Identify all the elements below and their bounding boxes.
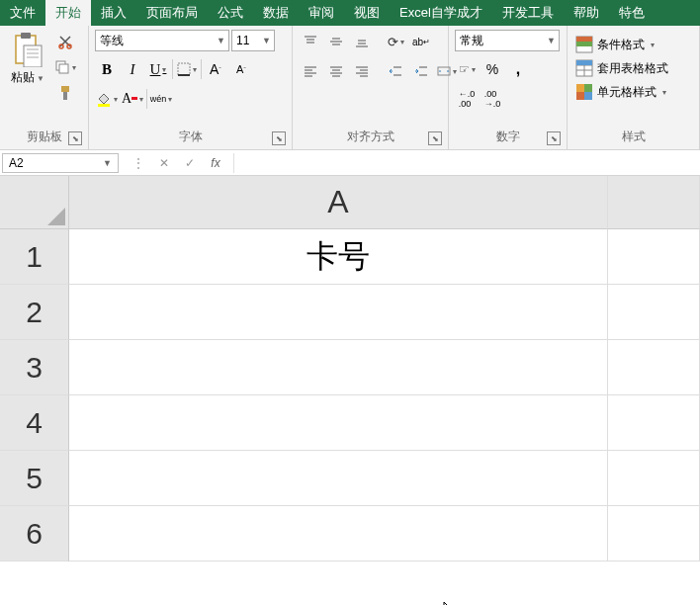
comma-icon: , xyxy=(516,60,520,78)
font-grow-button[interactable]: Aˆ xyxy=(204,57,227,81)
border-icon xyxy=(177,62,191,76)
svg-rect-1 xyxy=(21,33,31,39)
bold-button[interactable]: B xyxy=(95,57,119,81)
name-box[interactable]: A2▼ xyxy=(2,153,119,173)
orientation-button[interactable]: ⟳▾ xyxy=(384,30,407,53)
dialog-launcher[interactable]: ⬊ xyxy=(428,131,442,145)
cell-B6[interactable] xyxy=(608,506,700,562)
cell-B3[interactable] xyxy=(608,340,700,395)
copy-button[interactable]: ▾ xyxy=(53,55,77,79)
align-top-icon xyxy=(304,35,317,48)
chevron-down-icon: ▾ xyxy=(114,95,118,104)
italic-button[interactable]: I xyxy=(121,57,144,81)
tab-10[interactable]: 帮助 xyxy=(564,0,609,26)
group-styles: 条件格式▾ 套用表格格式 单元格样式▾ 样式 xyxy=(568,26,700,149)
border-button[interactable]: ▾ xyxy=(175,57,199,81)
align-center-button[interactable] xyxy=(324,59,348,83)
group-font: 等线▼ 11▼ B I U▾ ▾ Aˆ Aˇ ▾ A▾ wén▾ 字体⬊ xyxy=(89,26,293,149)
indent-increase-button[interactable] xyxy=(409,59,433,83)
align-bottom-button[interactable] xyxy=(350,30,374,53)
ribbon: 粘贴▼ ▾ 剪贴板⬊ 等线▼ 11▼ B I U▾ ▾ Aˆ xyxy=(0,26,700,150)
bucket-icon xyxy=(96,91,112,107)
table-label: 套用表格格式 xyxy=(597,60,668,77)
cell-A3[interactable] xyxy=(69,340,608,395)
tab-0[interactable]: 文件 xyxy=(0,0,45,26)
table-format-button[interactable]: 套用表格格式 xyxy=(573,57,670,79)
chevron-down-icon: ▼ xyxy=(259,36,274,45)
dialog-launcher[interactable]: ⬊ xyxy=(547,131,561,145)
tab-7[interactable]: 视图 xyxy=(344,0,390,26)
align-middle-button[interactable] xyxy=(324,30,348,53)
fb-enter-button[interactable]: ✓ xyxy=(178,153,202,173)
cell-B4[interactable] xyxy=(608,395,700,451)
phonetic-button[interactable]: wén▾ xyxy=(149,87,173,111)
group-label-styles: 样式 xyxy=(622,130,646,143)
align-top-button[interactable] xyxy=(299,30,322,53)
fx-button[interactable]: fx xyxy=(204,153,227,173)
tab-5[interactable]: 数据 xyxy=(253,0,299,26)
align-right-button[interactable] xyxy=(350,59,374,83)
cell-A1[interactable]: 卡号 xyxy=(69,229,608,285)
percent-button[interactable]: % xyxy=(481,57,504,81)
cut-button[interactable] xyxy=(53,30,77,53)
cell-A6[interactable] xyxy=(69,506,608,562)
tab-2[interactable]: 插入 xyxy=(91,0,136,26)
row-header-6[interactable]: 6 xyxy=(0,506,69,562)
font-size-combo[interactable]: 11▼ xyxy=(231,30,275,51)
cell-B1[interactable] xyxy=(608,229,700,285)
group-align: ⟳▾ ab↵ ▾ 对齐方式⬊ xyxy=(293,26,449,149)
font-color-button[interactable]: A▾ xyxy=(121,87,144,111)
dec-inc-icon: ←.0.00 xyxy=(459,89,476,109)
col-header-A[interactable]: A xyxy=(69,176,608,229)
cell-style-button[interactable]: 单元格样式▾ xyxy=(573,81,668,103)
align-bottom-icon xyxy=(355,35,369,48)
decimal-increase-button[interactable]: ←.0.00 xyxy=(455,87,479,111)
fb-cancel-button[interactable]: ✕ xyxy=(152,153,176,173)
align-left-button[interactable] xyxy=(299,59,322,83)
tab-3[interactable]: 页面布局 xyxy=(136,0,208,26)
fill-color-button[interactable]: ▾ xyxy=(95,87,119,111)
row-header-2[interactable]: 2 xyxy=(0,285,69,340)
tab-8[interactable]: Excel自学成才 xyxy=(390,0,492,26)
tab-1[interactable]: 开始 xyxy=(45,0,91,26)
dialog-launcher[interactable]: ⬊ xyxy=(68,131,82,145)
dialog-launcher[interactable]: ⬊ xyxy=(272,131,286,145)
wrap-text-button[interactable]: ab↵ xyxy=(409,30,433,53)
row-header-5[interactable]: 5 xyxy=(0,451,69,506)
fb-dots-button[interactable]: ⋮ xyxy=(127,153,150,173)
tab-6[interactable]: 审阅 xyxy=(299,0,344,26)
cell-A4[interactable] xyxy=(69,395,608,451)
row-header-4[interactable]: 4 xyxy=(0,395,69,451)
currency-button[interactable]: ☞▾ xyxy=(455,57,479,81)
number-format-combo[interactable]: 常规▼ xyxy=(455,30,560,51)
svg-rect-51 xyxy=(576,92,584,100)
svg-rect-52 xyxy=(584,92,592,100)
svg-rect-48 xyxy=(576,60,592,65)
tab-4[interactable]: 公式 xyxy=(208,0,253,26)
format-painter-button[interactable] xyxy=(53,81,77,105)
col-header-B[interactable] xyxy=(608,176,700,229)
font-name-combo[interactable]: 等线▼ xyxy=(95,30,229,51)
indent-decrease-button[interactable] xyxy=(384,59,407,83)
cell-A5[interactable] xyxy=(69,451,608,506)
cell-B5[interactable] xyxy=(608,451,700,506)
svg-rect-42 xyxy=(576,37,592,42)
conditional-format-button[interactable]: 条件格式▾ xyxy=(573,34,656,55)
font-shrink-button[interactable]: Aˇ xyxy=(229,57,253,81)
tab-9[interactable]: 开发工具 xyxy=(492,0,564,26)
separator xyxy=(172,59,173,79)
chevron-down-icon: ▾ xyxy=(162,65,166,74)
decimal-decrease-button[interactable]: .00→.0 xyxy=(481,87,504,111)
comma-button[interactable]: , xyxy=(506,57,530,81)
cell-A2[interactable] xyxy=(69,285,608,340)
paste-button[interactable]: 粘贴▼ xyxy=(6,30,49,88)
grow-icon: A xyxy=(210,61,219,77)
formula-input[interactable] xyxy=(238,154,700,172)
row-header-1[interactable]: 1 xyxy=(0,229,69,285)
cell-B2[interactable] xyxy=(608,285,700,340)
underline-button[interactable]: U▾ xyxy=(146,57,170,81)
select-all-corner[interactable] xyxy=(0,176,69,229)
tab-11[interactable]: 特色 xyxy=(609,0,655,26)
row-header-3[interactable]: 3 xyxy=(0,340,69,395)
svg-rect-12 xyxy=(178,63,190,75)
